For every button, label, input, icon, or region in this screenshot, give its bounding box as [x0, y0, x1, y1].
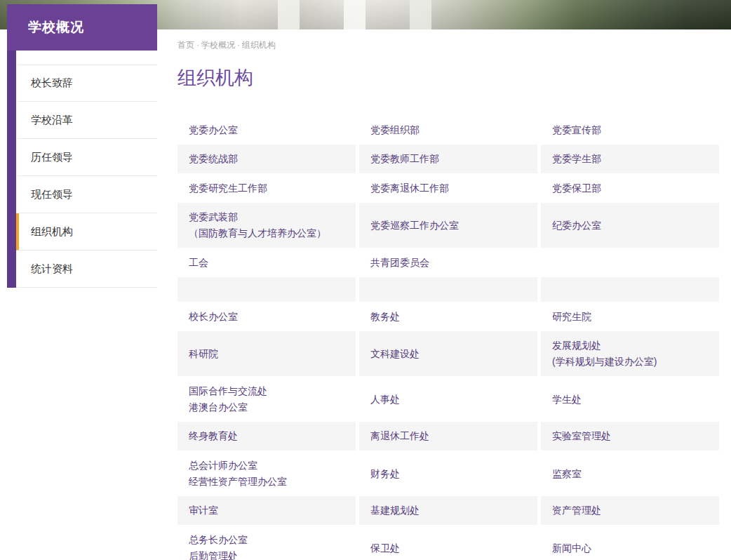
table-cell: 党委组织部	[359, 116, 541, 145]
department-link[interactable]: 监察室	[552, 466, 582, 482]
sidebar-item[interactable]: 学校沿革	[16, 102, 157, 139]
sidebar-item[interactable]: 组织机构	[16, 213, 157, 251]
breadcrumb-item[interactable]: 学校概况	[201, 40, 235, 50]
table-cell: 科研院	[177, 331, 359, 377]
sidebar-accent-strip	[7, 51, 16, 288]
department-link[interactable]: 党委保卫部	[552, 180, 601, 196]
table-cell	[541, 277, 719, 302]
sidebar-item[interactable]: 校长致辞	[16, 65, 157, 102]
department-link[interactable]: 人事处	[370, 392, 400, 408]
table-row: 科研院文科建设处发展规划处(学科规划与建设办公室)	[177, 331, 719, 377]
table-cell	[541, 248, 719, 277]
table-row: 国际合作与交流处港澳台办公室人事处学生处	[177, 377, 719, 422]
department-link[interactable]: 科研院	[189, 346, 218, 362]
department-link[interactable]: 文科建设处	[370, 346, 420, 362]
table-cell	[177, 277, 359, 302]
table-row	[177, 277, 719, 302]
department-link[interactable]: 总会计师办公室	[189, 458, 257, 474]
department-link[interactable]: 总务长办公室	[189, 532, 248, 548]
sidebar-item-label: 历任领导	[31, 151, 73, 164]
table-row: 党委统战部党委教师工作部党委学生部	[177, 145, 719, 174]
sidebar-item[interactable]: 历任领导	[16, 139, 157, 176]
table-cell: 实验室管理处	[541, 422, 719, 451]
department-link[interactable]: 研究生院	[552, 309, 591, 325]
table-cell: 纪委办公室	[541, 203, 719, 248]
department-link[interactable]: 基建规划处	[370, 502, 420, 519]
table-cell	[359, 277, 541, 302]
department-link[interactable]: (学科规划与建设办公室)	[552, 354, 657, 370]
table-row: 工会共青团委员会	[177, 248, 719, 277]
table-cell: 国际合作与交流处港澳台办公室	[177, 377, 359, 422]
sidebar-item-label: 统计资料	[31, 262, 73, 276]
table-row: 审计室基建规划处资产管理处	[177, 496, 719, 526]
department-link[interactable]: 党委办公室	[189, 122, 238, 138]
sidebar-item-label: 组织机构	[31, 225, 73, 239]
sidebar-item-label: 学校沿革	[31, 114, 73, 127]
department-link[interactable]: 党委武装部	[189, 209, 238, 225]
department-link[interactable]: 共青团委员会	[370, 255, 429, 271]
org-table: 党委办公室党委组织部党委宣传部党委统战部党委教师工作部党委学生部党委研究生工作部…	[177, 116, 719, 560]
department-link[interactable]: 发展规划处	[552, 338, 601, 354]
table-cell: 文科建设处	[359, 331, 541, 377]
department-link[interactable]: 党委巡察工作办公室	[370, 218, 459, 234]
department-link[interactable]: 党委离退休工作部	[370, 180, 449, 196]
table-cell: 总会计师办公室经营性资产管理办公室	[177, 451, 359, 496]
table-cell: 党委宣传部	[541, 116, 719, 145]
department-link[interactable]: 党委教师工作部	[370, 151, 439, 167]
table-cell: 发展规划处(学科规划与建设办公室)	[541, 331, 719, 377]
table-cell: 党委离退休工作部	[359, 174, 541, 203]
department-link[interactable]: 党委宣传部	[552, 122, 601, 138]
department-link[interactable]: 党委统战部	[189, 151, 238, 167]
table-cell: 党委巡察工作办公室	[359, 203, 541, 248]
table-row: 校长办公室教务处研究生院	[177, 302, 719, 331]
department-link[interactable]: 党委研究生工作部	[189, 180, 267, 196]
table-row: 总务长办公室后勤管理处保卫处新闻中心	[177, 526, 719, 560]
table-row: 党委研究生工作部党委离退休工作部党委保卫部	[177, 174, 719, 203]
table-cell: 党委学生部	[541, 145, 719, 174]
breadcrumb-separator: ·	[237, 40, 240, 50]
table-cell: 党委研究生工作部	[177, 174, 359, 203]
department-link[interactable]: 纪委办公室	[552, 218, 601, 234]
department-link[interactable]: 教务处	[370, 309, 400, 325]
department-link[interactable]: 港澳台办公室	[189, 399, 248, 415]
sidebar-item-label: 校长致辞	[31, 76, 73, 90]
table-row: 党委武装部（国防教育与人才培养办公室）党委巡察工作办公室纪委办公室	[177, 203, 719, 248]
department-link[interactable]: 保卫处	[370, 540, 400, 556]
department-link[interactable]: 资产管理处	[552, 502, 601, 519]
department-link[interactable]: 财务处	[370, 466, 400, 482]
table-cell: 资产管理处	[541, 496, 719, 526]
department-link[interactable]: 审计室	[189, 502, 218, 519]
sidebar-item[interactable]: 统计资料	[16, 251, 157, 288]
table-cell: 总务长办公室后勤管理处	[177, 526, 359, 560]
table-cell: 工会	[177, 248, 359, 277]
table-cell: 人事处	[359, 377, 541, 422]
table-cell: 监察室	[541, 451, 719, 496]
breadcrumb-item[interactable]: 首页	[177, 40, 194, 50]
department-link[interactable]: （国防教育与人才培养办公室）	[189, 225, 326, 241]
table-row: 终身教育处离退休工作处实验室管理处	[177, 422, 719, 451]
department-link[interactable]: 工会	[189, 255, 208, 271]
table-cell: 终身教育处	[177, 422, 359, 451]
department-link[interactable]: 学生处	[552, 392, 582, 408]
sidebar: 学校概况 校长致辞学校沿革历任领导现任领导组织机构统计资料	[7, 4, 157, 288]
main-content: 首页·学校概况·组织机构 组织机构 党委办公室党委组织部党委宣传部党委统战部党委…	[177, 29, 719, 560]
table-cell: 学生处	[541, 377, 719, 422]
department-link[interactable]: 校长办公室	[189, 309, 238, 325]
department-link[interactable]: 实验室管理处	[552, 428, 611, 444]
table-cell: 校长办公室	[177, 302, 359, 331]
table-cell: 新闻中心	[541, 526, 719, 560]
department-link[interactable]: 党委学生部	[552, 151, 601, 167]
table-cell: 基建规划处	[359, 496, 541, 526]
table-cell: 党委办公室	[177, 116, 359, 145]
department-link[interactable]: 经营性资产管理办公室	[189, 474, 287, 490]
department-link[interactable]: 国际合作与交流处	[189, 383, 267, 399]
department-link[interactable]: 党委组织部	[370, 122, 420, 138]
department-link[interactable]: 后勤管理处	[189, 548, 238, 560]
sidebar-item-label: 现任领导	[31, 188, 73, 201]
department-link[interactable]: 新闻中心	[552, 540, 591, 556]
department-link[interactable]: 终身教育处	[189, 428, 238, 444]
breadcrumb-separator: ·	[196, 40, 199, 50]
sidebar-body: 校长致辞学校沿革历任领导现任领导组织机构统计资料	[7, 51, 157, 288]
sidebar-item[interactable]: 现任领导	[16, 176, 157, 213]
department-link[interactable]: 离退休工作处	[370, 428, 429, 444]
